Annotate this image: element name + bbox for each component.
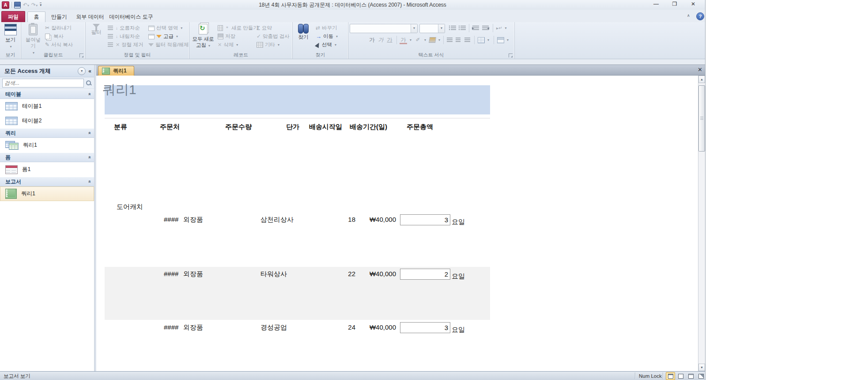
- gridlines-icon: [478, 37, 485, 43]
- layout-view-button[interactable]: [686, 372, 695, 380]
- goto-icon: [316, 32, 321, 41]
- help-icon[interactable]: ?: [696, 12, 704, 20]
- ribbon-tab-row: 파일 홈 만들기 외부 데이터 데이터베이스 도구 ∧ ?: [0, 10, 705, 22]
- goto-button[interactable]: 이동▾: [316, 32, 338, 41]
- delete-record-button[interactable]: 삭제▾: [218, 41, 238, 49]
- bullets-button[interactable]: [449, 24, 456, 32]
- scroll-down-icon[interactable]: ▼: [698, 364, 705, 371]
- nav-pane-header[interactable]: 모든 Access 개체 ▾ «: [0, 65, 94, 77]
- copy-button[interactable]: 복사: [45, 32, 64, 41]
- cell-qty: 22: [326, 270, 355, 277]
- tab-file[interactable]: 파일: [1, 11, 25, 23]
- sort-ascending-icon: [108, 26, 113, 30]
- nav-item-report-query1[interactable]: 쿼리1: [0, 186, 94, 201]
- view-button[interactable]: 보기▾: [1, 23, 20, 50]
- nav-item-form1[interactable]: 폼1: [0, 162, 94, 177]
- divider: [105, 118, 490, 118]
- cell-date: ####: [164, 323, 178, 331]
- format-painter-button[interactable]: 서식 복사: [45, 41, 73, 49]
- paste-button[interactable]: 붙여넣기▾: [23, 23, 43, 56]
- align-left-button[interactable]: [447, 36, 453, 44]
- restore-button[interactable]: ❐: [669, 1, 680, 8]
- group-label-text-format: 텍스트 서식: [348, 52, 514, 58]
- new-record-icon: [218, 25, 223, 31]
- nav-item-table2[interactable]: 테이블2: [0, 114, 94, 128]
- tab-external-data[interactable]: 외부 데이터: [74, 12, 106, 22]
- design-view-button[interactable]: [696, 372, 706, 380]
- close-button[interactable]: ✕: [687, 1, 699, 8]
- cell-period-box[interactable]: 3: [400, 322, 450, 333]
- font-color-button[interactable]: 가▾: [400, 36, 411, 44]
- spelling-button[interactable]: 맞춤법 검사: [257, 32, 290, 41]
- cell-period-box[interactable]: 3: [400, 214, 450, 225]
- cell-category: 외장품: [183, 270, 203, 278]
- totals-button[interactable]: 요약: [257, 24, 272, 32]
- report-group-header: 도어캐치: [117, 203, 143, 211]
- font-name-combo[interactable]: ▾: [350, 24, 418, 33]
- text-direction-button[interactable]: ▾: [496, 24, 506, 32]
- save-record-button[interactable]: 저장: [218, 32, 235, 41]
- tab-create[interactable]: 만들기: [47, 12, 72, 22]
- bold-button[interactable]: 가: [368, 36, 376, 44]
- divider: [493, 24, 493, 32]
- nav-item-table1[interactable]: 테이블1: [0, 99, 94, 114]
- highlight-color-button[interactable]: ▾: [414, 36, 426, 44]
- increase-indent-button[interactable]: [482, 24, 489, 32]
- cell-vendor: 경성공업: [260, 323, 287, 332]
- more-records-button[interactable]: 기타▾: [257, 41, 279, 49]
- clear-sort-button[interactable]: 정렬 제거: [108, 41, 143, 49]
- save-icon[interactable]: [14, 2, 21, 8]
- scroll-up-icon[interactable]: ▲: [698, 76, 705, 83]
- nav-group-tables[interactable]: 테이블»: [0, 89, 94, 99]
- align-center-button[interactable]: [456, 36, 460, 44]
- search-input[interactable]: [2, 79, 84, 87]
- advanced-filter-button[interactable]: 고급▾: [148, 32, 178, 41]
- nav-group-queries[interactable]: 쿼리»: [0, 128, 94, 138]
- search-icon[interactable]: [86, 80, 92, 86]
- find-button[interactable]: 찾기: [294, 23, 312, 40]
- column-header-unit-price: 단가: [286, 123, 299, 131]
- replace-button[interactable]: 바꾸기: [316, 24, 337, 32]
- shutter-bar-close-icon[interactable]: «: [88, 68, 91, 74]
- font-size-combo[interactable]: ▾: [419, 24, 445, 33]
- decrease-indent-button[interactable]: [472, 24, 479, 32]
- select-button[interactable]: 선택▾: [316, 41, 336, 49]
- filter-button[interactable]: 필터: [87, 23, 106, 35]
- scrollbar-thumb[interactable]: [698, 85, 705, 152]
- vertical-scrollbar[interactable]: ▲ ▼: [698, 76, 705, 371]
- cell-period-box[interactable]: 2: [400, 269, 450, 280]
- sort-ascending-button[interactable]: 오름차순: [108, 24, 140, 32]
- selection-button[interactable]: 선택 영역▾: [148, 24, 182, 32]
- undo-icon[interactable]: ↶▾: [23, 2, 29, 8]
- ribbon-group-sort-filter: 필터 오름차순 내림차순 정렬 제거 선택 영역▾ 고급▾ 필터 적용/해제 정…: [86, 22, 189, 59]
- toggle-filter-button[interactable]: 필터 적용/해제: [148, 41, 189, 49]
- new-record-button[interactable]: 새로 만들기: [218, 24, 258, 32]
- cut-button[interactable]: 잘라내기: [45, 24, 72, 32]
- group-label-clipboard: 클립보드: [21, 52, 85, 58]
- italic-button[interactable]: 가: [377, 36, 385, 44]
- alternate-row-color-button[interactable]: ▾: [497, 36, 509, 44]
- redo-icon[interactable]: ↷▾: [31, 2, 38, 8]
- print-preview-button[interactable]: [676, 372, 685, 380]
- sort-descending-button[interactable]: 내림차순: [108, 32, 140, 41]
- close-document-icon[interactable]: ✕: [698, 66, 702, 73]
- refresh-all-button[interactable]: 모두 새로고침 ▾: [191, 23, 215, 49]
- access-logo-icon[interactable]: A: [2, 1, 9, 9]
- tab-home[interactable]: 홈: [27, 11, 45, 23]
- gridlines-button[interactable]: ▾: [478, 36, 489, 44]
- fill-color-button[interactable]: ▾: [429, 36, 440, 44]
- nav-group-forms[interactable]: 폼»: [0, 152, 94, 162]
- nav-group-reports[interactable]: 보고서»: [0, 177, 94, 186]
- tab-database-tools[interactable]: 데이터베이스 도구: [109, 12, 154, 22]
- nav-item-query1[interactable]: 쿼리1: [0, 138, 94, 152]
- minimize-button[interactable]: —: [650, 1, 662, 8]
- report-view-button[interactable]: [666, 372, 675, 380]
- customize-qat-icon[interactable]: ▾: [40, 3, 42, 7]
- minimize-ribbon-icon[interactable]: ∧: [687, 13, 690, 18]
- document-tab-query1[interactable]: 쿼리1: [98, 66, 134, 76]
- numbering-button[interactable]: [458, 24, 466, 32]
- cell-qty: 24: [326, 323, 355, 331]
- align-right-button[interactable]: [464, 36, 470, 44]
- nav-menu-dropdown-icon[interactable]: ▾: [78, 67, 86, 75]
- underline-button[interactable]: 가: [386, 36, 393, 44]
